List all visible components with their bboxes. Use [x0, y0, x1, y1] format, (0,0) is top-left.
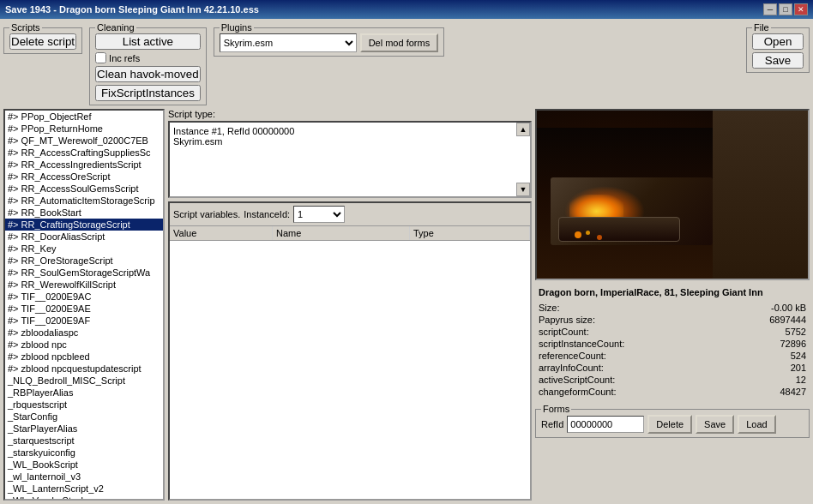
forms-save-button[interactable]: Save — [696, 415, 734, 434]
plugins-select[interactable]: Skyrim.esm — [220, 33, 357, 52]
script-list-item[interactable]: #> TIF__0200E9AE — [5, 303, 163, 315]
script-type-label: Script type: — [168, 109, 532, 119]
script-list-item[interactable]: #> RR_AccessCraftingSuppliesSc — [5, 147, 163, 159]
script-list-item[interactable]: _StarPlayerAlias — [5, 423, 163, 435]
active-script-label: activeScriptCount: — [539, 375, 615, 385]
script-list-item[interactable]: _NLQ_Bedroll_MISC_Script — [5, 375, 163, 387]
script-list-item[interactable]: #> RR_WerewolfKillScript — [5, 279, 163, 291]
file-group: File Open Save — [746, 27, 810, 73]
fix-script-button[interactable]: FixScriptInstances — [95, 85, 201, 101]
array-info-label: arrayInfoCount: — [539, 363, 604, 373]
variables-label: Script variables. — [173, 209, 240, 219]
reference-count-value: 524 — [791, 351, 806, 361]
script-list-item[interactable]: #> RR_Key — [5, 243, 163, 255]
script-list-item[interactable]: #> PPop_ObjectRef — [5, 111, 163, 123]
changeform-value: 48427 — [780, 387, 806, 397]
script-list-item[interactable]: #> TIF__0200E9AF — [5, 315, 163, 327]
title-bar-buttons: ─ □ ✕ — [763, 3, 808, 15]
save-button[interactable]: Save — [752, 52, 804, 69]
plugins-controls: Skyrim.esm Del mod forms — [220, 33, 439, 52]
right-panel: Dragon born, ImperialRace, 81, Sleeping … — [535, 109, 810, 501]
script-list-item[interactable]: #> RR_OreStorageScript — [5, 255, 163, 267]
script-list-item[interactable]: #> RR_SoulGemStorageScriptWa — [5, 267, 163, 279]
script-list-item[interactable]: #> zbloodaliaspc — [5, 327, 163, 339]
middle-section: (function() { const data = JSON.parse(do… — [3, 109, 810, 501]
scripts-group: Scripts Delete script — [3, 27, 82, 54]
title-bar: Save 1943 - Dragon born Sleeping Giant I… — [0, 0, 813, 19]
script-list-item[interactable]: _StarConfig — [5, 411, 163, 423]
papyrus-label: Papyrus size: — [539, 315, 595, 325]
refid-input[interactable] — [567, 416, 644, 433]
script-list-item[interactable]: #> RR_AccessOreScript — [5, 171, 163, 183]
changeform-row: changeformCount: 48427 — [539, 387, 806, 397]
open-button[interactable]: Open — [752, 33, 804, 50]
script-list-item[interactable]: #> RR_AutomaticItemStorageScrip — [5, 195, 163, 207]
inc-refs-row: Inc refs — [95, 52, 201, 63]
script-list-item[interactable]: #> QF_MT_Werewolf_0200C7EB — [5, 135, 163, 147]
script-list-item[interactable]: _starskyuiconfig — [5, 447, 163, 459]
window-title: Save 1943 - Dragon born Sleeping Giant I… — [5, 4, 259, 15]
script-list-item[interactable]: _rbquestscript — [5, 399, 163, 411]
variables-panel: Script variables. InstanceId: 1 Value Na… — [168, 201, 532, 501]
changeform-label: changeformCount: — [539, 387, 617, 397]
reference-count-row: referenceCount: 524 — [539, 351, 806, 361]
script-list-item[interactable]: _starquestscript — [5, 435, 163, 447]
instance-id-select[interactable]: 1 — [293, 206, 345, 223]
active-script-value: 12 — [796, 375, 806, 385]
forms-delete-button[interactable]: Delete — [647, 415, 692, 434]
active-script-row: activeScriptCount: 12 — [539, 375, 806, 385]
instance-text: Instance #1, RefId 00000000 — [173, 126, 527, 136]
main-content: Scripts Delete script Cleaning List acti… — [0, 19, 813, 504]
clean-havok-button[interactable]: Clean havok-moved — [95, 66, 201, 82]
character-info: Dragon born, ImperialRace, 81, Sleeping … — [539, 287, 806, 297]
script-list-item[interactable]: _WL_LanternScript_v2 — [5, 483, 163, 495]
refid-label: RefId — [541, 419, 563, 429]
scripts-list[interactable]: (function() { const data = JSON.parse(do… — [3, 109, 165, 501]
size-value: -0.00 kB — [771, 303, 806, 313]
cleaning-group: Cleaning List active Inc refs Clean havo… — [89, 27, 207, 105]
reference-count-label: referenceCount: — [539, 351, 606, 361]
close-button[interactable]: ✕ — [794, 3, 808, 15]
array-info-value: 201 — [791, 363, 806, 373]
script-list-item[interactable]: #> TIF__0200E9AC — [5, 291, 163, 303]
papyrus-row: Papyrus size: 6897444 — [539, 315, 806, 325]
info-panel: Dragon born, ImperialRace, 81, Sleeping … — [535, 284, 810, 402]
papyrus-value: 6897444 — [769, 315, 806, 325]
forms-row: RefId Delete Save Load — [541, 415, 804, 434]
scroll-down-btn[interactable]: ▼ — [516, 183, 530, 196]
file-label: File — [752, 22, 771, 33]
script-list-item[interactable]: #> RR_AccessSoulGemsScript — [5, 183, 163, 195]
script-list-item[interactable]: _WL_VendorStock — [5, 495, 163, 501]
center-panel: Script type: Instance #1, RefId 00000000… — [168, 109, 532, 501]
script-list-item[interactable]: #> zblood npcquestupdatescript — [5, 363, 163, 375]
del-mod-forms-button[interactable]: Del mod forms — [360, 33, 439, 52]
script-list-item[interactable]: _wl_lanternoil_v3 — [5, 471, 163, 483]
maximize-button[interactable]: □ — [779, 3, 792, 15]
list-active-button[interactable]: List active — [95, 33, 201, 50]
size-label: Size: — [539, 303, 559, 313]
size-row: Size: -0.00 kB — [539, 303, 806, 313]
delete-script-button[interactable]: Delete script — [9, 33, 76, 50]
script-list-item[interactable]: #> RR_DoorAliasScript — [5, 231, 163, 243]
screenshot-area — [535, 109, 810, 280]
script-instance-row: scriptInstanceCount: 72896 — [539, 339, 806, 349]
scroll-up-btn[interactable]: ▲ — [516, 123, 530, 136]
forms-load-button[interactable]: Load — [738, 415, 775, 434]
minimize-button[interactable]: ─ — [763, 3, 777, 15]
script-list-item[interactable]: _WL_BookScript — [5, 459, 163, 471]
script-list-item[interactable]: #> zblood npcbleed — [5, 351, 163, 363]
script-list-item[interactable]: #> RR_CraftingStorageScript — [5, 219, 163, 231]
inc-refs-checkbox[interactable] — [95, 52, 106, 63]
script-instance-value: 72896 — [780, 339, 806, 349]
toolbar: Scripts Delete script Cleaning List acti… — [3, 22, 810, 105]
script-list-item[interactable]: #> RR_BookStart — [5, 207, 163, 219]
script-list-item[interactable]: #> RR_AccessIngredientsScript — [5, 159, 163, 171]
script-list-item[interactable]: #> zblood npc — [5, 339, 163, 351]
esm-text: Skyrim.esm — [173, 136, 527, 147]
plugins-label: Plugins — [220, 22, 254, 33]
script-type-area: Instance #1, RefId 00000000 Skyrim.esm ▲… — [168, 121, 532, 198]
script-count-label: scriptCount: — [539, 327, 589, 337]
script-list-item[interactable]: #> PPop_ReturnHome — [5, 123, 163, 135]
script-list-item[interactable]: _RBPlayerAlias — [5, 387, 163, 399]
screenshot-image — [537, 111, 808, 279]
